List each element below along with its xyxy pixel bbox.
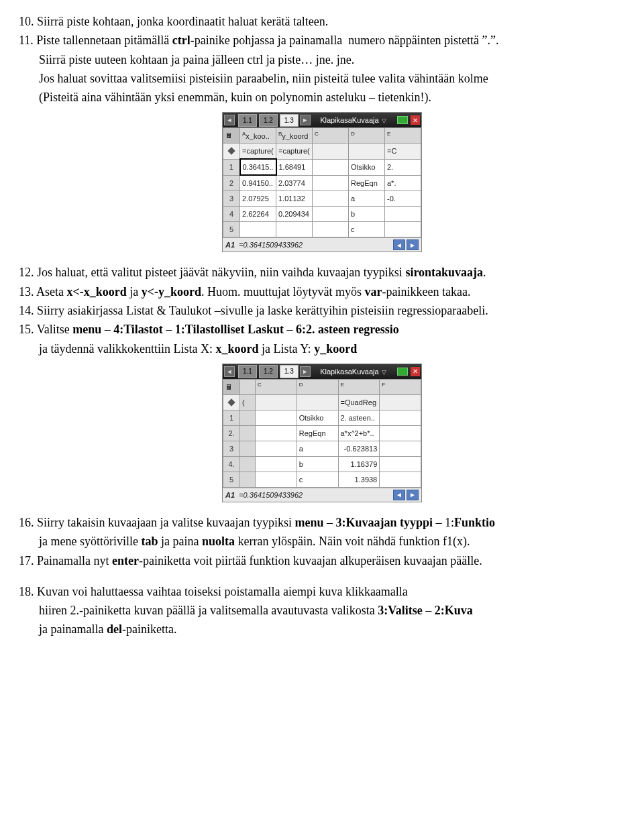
text: kerran ylöspäin. Näin voit nähdä funktio… <box>235 535 470 548</box>
bold: sirontakuvaaja <box>405 266 483 279</box>
formula-F <box>380 394 421 410</box>
cell-C2 <box>313 175 349 191</box>
cell-E5 <box>385 222 421 237</box>
row-3-hdr: 3 <box>223 441 240 456</box>
cell-F1 <box>380 410 421 425</box>
formula-D <box>349 144 385 160</box>
bold: Funktio <box>454 516 495 529</box>
step-11-line2: Siirrä piste uuteen kohtaan ja paina jäl… <box>19 52 625 68</box>
spreadsheet-2: 🖩 C D E F ( =QuadReg 1 Otsikko 2. as <box>223 379 421 488</box>
text: ja paina <box>158 535 201 548</box>
step-17: 17. Painamalla nyt enter-painiketta voit… <box>19 553 625 569</box>
bold: y<-y_koord <box>142 285 201 298</box>
formula-row-hdr <box>223 144 240 160</box>
stub <box>240 472 256 487</box>
cell-B1: 1.68491 <box>276 159 313 175</box>
formula-A: =capture( <box>240 144 276 160</box>
tab-1-1: 1.1 <box>238 114 257 127</box>
text: – <box>323 516 335 529</box>
text: – <box>423 604 435 617</box>
dropdown-icon: ▽ <box>382 369 386 376</box>
close-icon: ✕ <box>411 115 420 125</box>
bold: 4:Tilastot <box>113 323 163 336</box>
bold: menu <box>294 516 323 529</box>
step-18-line3: ja painamalla del-painiketta. <box>19 621 625 637</box>
corner-cell: 🖩 <box>223 128 240 144</box>
text: 13. Aseta <box>19 285 67 298</box>
text: ja painamalla <box>39 622 107 636</box>
cell-C2 <box>256 425 297 441</box>
row-2-hdr: 2. <box>223 425 240 441</box>
step-11-line3: Jos haluat sovittaa valitsemiisi pisteis… <box>19 70 625 87</box>
nav-right-icon: ► <box>300 115 311 125</box>
cell-F2 <box>380 425 421 441</box>
stub <box>240 425 256 441</box>
calculator-screenshot-1: ◄ 1.1 1.2 1.3 ► KlapikasaKuvaaja▽ ✕ 🖩 Ax… <box>222 112 422 252</box>
cell-F3 <box>380 441 421 456</box>
formula-D <box>297 394 338 410</box>
tab-1-3: 1.3 <box>280 114 299 127</box>
cell-C4 <box>256 456 297 472</box>
cell-F5 <box>380 472 421 487</box>
text: 17. Painamalla nyt <box>19 554 112 567</box>
cell-E2: a*x^2+b*.. <box>338 425 380 441</box>
text: -painiketta voit piirtää funktion kuvaaj… <box>139 554 482 567</box>
cell-D1: Otsikko <box>349 159 385 175</box>
cell-B5 <box>276 222 313 237</box>
step-13: 13. Aseta x<-x_koord ja y<-y_koord. Huom… <box>19 284 625 300</box>
cell-D2: RegEqn <box>349 175 385 191</box>
battery-icon <box>397 116 408 124</box>
text: – <box>101 323 113 336</box>
text: ja Lista Y: <box>258 342 314 355</box>
row-1-hdr: 1 <box>223 410 240 425</box>
doc-title: KlapikasaKuvaaja <box>320 116 378 124</box>
cell-B3: 1.01132 <box>276 191 313 207</box>
tab-1-3: 1.3 <box>280 365 299 378</box>
row-2-hdr: 2 <box>223 175 240 191</box>
cell-D3: a <box>349 191 385 207</box>
corner-cell: 🖩 <box>223 379 240 394</box>
cell-B4: 0.209434 <box>276 207 313 222</box>
cell-E5: 1.3938 <box>338 472 380 487</box>
stub: ( <box>240 394 256 410</box>
status-cell-ref: A1 <box>225 490 235 500</box>
text: -painikkeen takaa. <box>382 285 471 298</box>
battery-icon <box>397 368 408 376</box>
step-15-line1: 15. Valitse menu – 4:Tilastot – 1:Tilast… <box>19 321 625 337</box>
col-D: D <box>349 128 385 144</box>
col-E: E <box>385 128 421 144</box>
formula-row-hdr <box>223 394 240 410</box>
tab-1-1: 1.1 <box>238 365 257 378</box>
row-1-hdr: 1 <box>223 159 240 175</box>
status-value: =0.3641509433962 <box>239 240 392 250</box>
cell-B2: 2.03774 <box>276 175 313 191</box>
row-3-hdr: 3 <box>223 191 240 207</box>
close-icon: ✕ <box>411 367 420 376</box>
cell-A3: 2.07925 <box>240 191 276 207</box>
text: 16. Siirry takaisin kuvaajaan ja valitse… <box>19 516 294 529</box>
tab-1-2: 1.2 <box>259 365 278 378</box>
bold: x<-x_koord <box>67 285 127 298</box>
cell-A1: 0.36415.. <box>240 159 276 175</box>
text: – 1: <box>433 516 454 529</box>
step-18-line2: hiiren 2.-painiketta kuvan päällä ja val… <box>19 602 625 618</box>
col-D: D <box>297 379 338 394</box>
nav-left-icon: ◄ <box>224 115 235 125</box>
step-15-line2: ja täydennä valikkokenttiin Lista X: x_k… <box>19 341 625 357</box>
col-B: By_koord <box>276 128 313 144</box>
stub <box>240 410 256 425</box>
cell-D5: c <box>349 222 385 237</box>
step-16-line1: 16. Siirry takaisin kuvaajaan ja valitse… <box>19 514 625 531</box>
cell-C1 <box>256 410 297 425</box>
text: ja <box>127 285 142 298</box>
cell-C3 <box>313 191 349 207</box>
cell-E1: 2. asteen.. <box>338 410 380 425</box>
step-18-line1: 18. Kuvan voi haluttaessa vaihtaa toisek… <box>19 584 625 600</box>
cell-C5 <box>256 472 297 487</box>
cell-C5 <box>313 222 349 237</box>
text: 15. Valitse <box>19 323 72 336</box>
bold: enter <box>112 554 139 567</box>
bold: y_koord <box>314 342 357 355</box>
cell-A5 <box>240 222 276 237</box>
text: – <box>163 323 175 336</box>
